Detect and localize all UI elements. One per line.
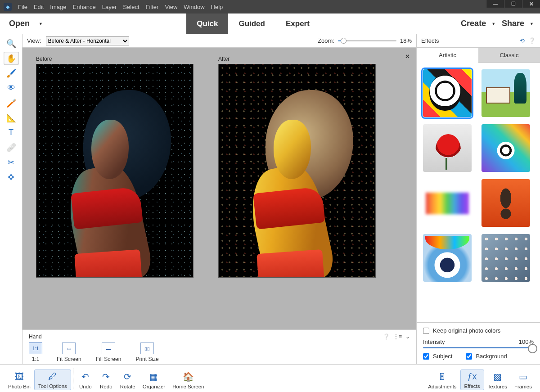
effects-icon: ƒx [465,370,479,383]
effect-preset-color-splash[interactable] [423,179,472,227]
view-dropdown[interactable]: Before & After - Horizontal [46,36,129,45]
quick-select-tool[interactable]: 🖌️ [4,67,19,80]
menu-file[interactable]: File [18,4,27,10]
menu-layer[interactable]: Layer [102,4,117,10]
cmd-photo-bin[interactable]: 🖼Photo Bin [4,370,34,390]
cmd-textures[interactable]: ▩Textures [484,370,511,390]
chevron-down-icon: ▼ [491,22,495,26]
window-close[interactable] [522,0,540,8]
cmd-rotate[interactable]: ⟳Rotate [117,370,139,390]
menu-window[interactable]: Window [184,4,204,10]
window-minimize[interactable] [486,0,504,8]
effect-preset-red-poppy[interactable] [423,124,472,172]
effect-preset-pop-art-cat[interactable] [423,69,472,117]
mode-tab-guided[interactable]: Guided [228,14,275,34]
view-label: View: [27,37,41,44]
cmd-effects[interactable]: ƒxEffects [460,369,484,390]
eye-tool[interactable]: 👁 [4,81,19,95]
cmd-tool-options[interactable]: 🖊Tool Options [34,369,71,390]
menu-edit[interactable]: Edit [34,4,44,10]
tab-label: Artistic [439,52,456,59]
cmd-frames[interactable]: ▭Frames [511,370,536,390]
after-label: After [218,56,376,62]
mode-tab-label: Quick [197,19,218,28]
after-image[interactable] [218,64,376,278]
view-fit-screen-button[interactable]: ▭Fit Screen [57,342,81,362]
effect-preset-cherry-blossom[interactable] [482,234,530,282]
options-menu-icon[interactable]: ⋮≡ [393,333,402,340]
zoom-slider[interactable] [338,40,396,41]
menu-enhance[interactable]: Enhance [73,4,96,10]
one-to-one-icon: 1:1 [29,342,42,354]
share-dropdown[interactable]: Share ▼ [502,19,534,28]
effects-title: Effects [421,37,516,44]
reset-icon[interactable]: ⟲ [520,37,525,44]
subject-input[interactable] [423,353,429,360]
help-icon[interactable]: ❔ [383,333,390,340]
background-input[interactable] [466,353,472,360]
view-btn-label: Print Size [135,356,158,362]
keep-colors-label: Keep original photo colors [433,327,500,334]
create-dropdown[interactable]: Create ▼ [461,19,495,28]
cmd-adjustments[interactable]: 🎚Adjustments [424,370,460,390]
menu-filter[interactable]: Filter [146,4,159,10]
before-image[interactable] [36,64,194,278]
close-document-icon[interactable]: ✕ [405,53,410,60]
open-dropdown[interactable]: Open ▼ [0,14,52,34]
tool-options-title: Hand [29,333,42,340]
zoom-value: 18% [400,37,412,44]
effect-preset-the-scream[interactable] [482,179,530,227]
straighten-tool[interactable]: 📐 [4,111,19,124]
chevron-down-icon: ▼ [39,22,43,26]
share-label: Share [502,19,524,28]
cmd-label: Redo [100,384,112,389]
window-maximize[interactable] [504,0,522,8]
effect-preset-neon-animal[interactable] [482,124,530,172]
keep-colors-checkbox[interactable]: Keep original photo colors [423,327,534,334]
mode-tab-quick[interactable]: Quick [186,14,228,34]
crop-tool[interactable]: ✂ [4,156,19,169]
keep-colors-input[interactable] [423,328,429,334]
cmd-label: Photo Bin [8,384,31,389]
menu-view[interactable]: View [165,4,177,10]
collapse-icon[interactable]: ⌄ [405,333,410,340]
create-label: Create [461,19,486,28]
tool-strip: 🔍✋🖌️👁🪥📐T🩹✂✥ [0,34,22,364]
background-checkbox[interactable]: Background [466,353,507,360]
spot-heal-tool[interactable]: 🩹 [4,141,19,154]
effect-preset-landscape-houses[interactable] [482,69,530,117]
move-tool[interactable]: ✥ [4,171,19,184]
tool-options-panel: Hand ❔ ⋮≡ ⌄ 1:11:1▭Fit Screen▬Fill Scree… [22,329,416,364]
menu-image[interactable]: Image [50,4,66,10]
subject-checkbox[interactable]: Subject [423,353,452,360]
cmd-organizer[interactable]: ▦Organizer [139,370,169,390]
zoom-tool[interactable]: 🔍 [4,37,19,50]
whiten-tool[interactable]: 🪥 [4,96,19,109]
effect-preset-makeup-eye[interactable] [423,234,472,282]
effects-tab-classic[interactable]: Classic [478,48,540,63]
mode-bar: Open ▼ Quick Guided Expert Create ▼ Shar… [0,14,540,34]
view-fill-screen-button[interactable]: ▬Fill Screen [96,342,122,362]
help-icon[interactable]: ❔ [528,37,536,44]
hand-tool[interactable]: ✋ [4,52,19,65]
cmd-label: Effects [464,383,480,389]
view-print-size-button[interactable]: ▯▯Print Size [135,342,158,362]
menu-help[interactable]: Help [211,4,223,10]
view-one-to-one-button[interactable]: 1:11:1 [29,342,42,362]
effects-tab-artistic[interactable]: Artistic [417,48,478,63]
before-label: Before [36,56,194,62]
intensity-slider[interactable] [423,347,534,348]
view-btn-label: Fit Screen [57,356,81,362]
cmd-redo[interactable]: ↷Redo [96,370,117,390]
cmd-label: Organizer [143,384,166,389]
frames-icon: ▭ [517,370,530,383]
cmd-label: Home Screen [172,384,204,389]
cmd-label: Rotate [120,384,135,389]
cmd-home-screen[interactable]: 🏠Home Screen [169,370,207,390]
background-label: Background [476,353,507,360]
cmd-undo[interactable]: ↶Undo [75,370,96,390]
type-tool[interactable]: T [4,126,19,139]
mode-tab-expert[interactable]: Expert [275,14,320,34]
menu-select[interactable]: Select [123,4,139,10]
view-bar: View: Before & After - Horizontal Zoom: … [22,34,416,48]
